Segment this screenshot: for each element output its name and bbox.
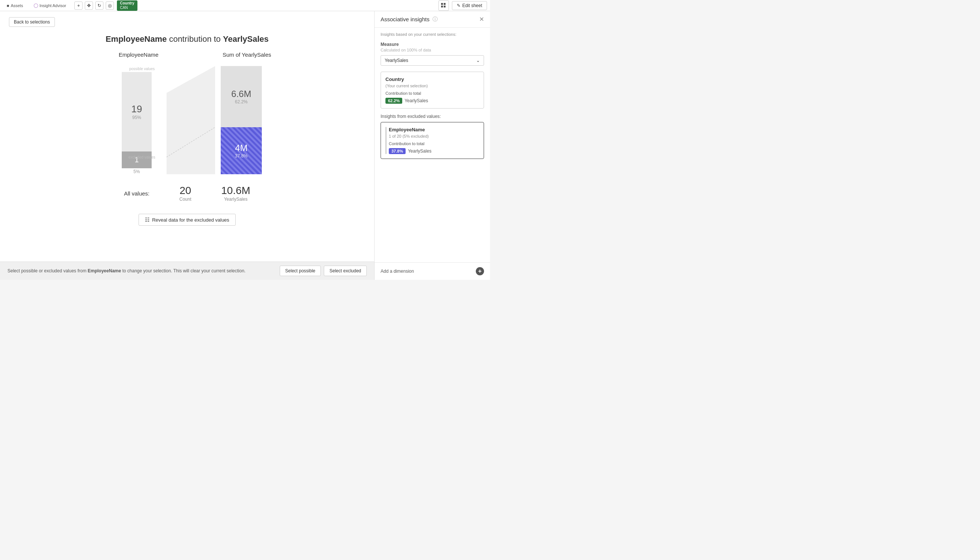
employee-contribution-row: 37.8% YearlySales — [389, 148, 479, 154]
info-icon[interactable]: ⓘ — [433, 16, 438, 23]
svg-rect-2 — [441, 6, 443, 7]
zoom-icon[interactable]: ⌖ — [74, 2, 82, 10]
employee-card-sub: 1 of 20 (5% excluded) — [389, 134, 479, 138]
excluded-pct: 5% — [133, 169, 140, 174]
right-panel: Associative insights ⓘ ✕ Insights based … — [374, 11, 490, 280]
select-possible-button[interactable]: Select possible — [280, 266, 321, 276]
country-card-title: Country — [385, 77, 479, 82]
col1-header: EmployeeName — [94, 52, 183, 58]
panel-title-row: Associative insights ⓘ — [381, 16, 438, 23]
topbar: ■ Assets ◯ Insight Advisor ⌖ ✥ ↻ ◎ Count… — [0, 0, 490, 11]
measure-section-label: Measure — [381, 42, 484, 47]
assets-tab[interactable]: ■ Assets — [3, 0, 27, 11]
all-sales-sub: YearlySales — [221, 197, 250, 202]
sales-possible-val: 6.6M — [231, 89, 251, 99]
main-layout: Back to selections EmployeeName contribu… — [0, 11, 490, 280]
possible-pct: 95% — [132, 115, 141, 120]
svg-marker-4 — [167, 66, 215, 174]
country-contribution-label: Contribution to total — [385, 91, 479, 95]
add-dimension-button[interactable]: + — [476, 267, 484, 275]
reveal-btn-row: ☷ Reveal data for the excluded values — [9, 214, 365, 226]
possible-bar: 19 95% — [122, 72, 152, 152]
chart-title-dimension: EmployeeName — [106, 34, 167, 43]
employee-card-title: EmployeeName — [389, 127, 479, 132]
excluded-bar: 1 — [122, 152, 152, 168]
all-sales-stat: 10.6M YearlySales — [221, 185, 250, 202]
assets-icon: ■ — [7, 3, 9, 8]
country-insight-card: Country (Your current selection) Contrib… — [381, 72, 484, 108]
selection-field: Country — [120, 1, 134, 6]
sales-excluded-val: 4M — [235, 143, 247, 153]
selection-value: CAN — [120, 6, 134, 10]
target-icon[interactable]: ◎ — [106, 2, 114, 10]
possible-count: 19 — [132, 103, 142, 115]
edit-sheet-button[interactable]: ✎ Edit sheet — [452, 1, 487, 10]
all-count: 20 — [179, 185, 191, 197]
bottom-bar-buttons: Select possible Select excluded — [280, 266, 367, 276]
grid-view-icon[interactable] — [438, 0, 449, 11]
insight-icon: ◯ — [33, 3, 38, 8]
panel-title: Associative insights — [381, 16, 430, 22]
selection-chip[interactable]: Country CAN — [117, 0, 137, 11]
employee-contribution-label: Contribution to total — [389, 142, 479, 146]
panel-subtitle: Insights based on your current selection… — [381, 32, 484, 37]
insight-label: Insight Advisor — [40, 3, 67, 8]
edit-icon: ✎ — [457, 3, 460, 8]
chart-title-measure: YearlySales — [223, 34, 269, 43]
chevron-down-icon: ⌄ — [476, 58, 480, 63]
close-panel-icon[interactable]: ✕ — [479, 16, 484, 23]
toolbar-icons: ⌖ ✥ ↻ ◎ — [74, 2, 114, 10]
svg-rect-0 — [441, 3, 443, 5]
sales-excluded-pct: 37.8% — [235, 153, 248, 158]
country-badge: 62.2% — [385, 98, 402, 104]
select-excluded-button[interactable]: Select excluded — [324, 266, 367, 276]
assets-label: Assets — [11, 3, 23, 8]
sales-possible-bar: 6.6M 62.2% — [221, 66, 262, 127]
measure-select[interactable]: YearlySales ⌄ — [381, 55, 484, 66]
back-to-selections-button[interactable]: Back to selections — [9, 17, 55, 27]
all-values-row: All values: 20 Count 10.6M YearlySales — [9, 180, 365, 206]
bottom-text-prefix: Select possible or excluded values from — [7, 268, 88, 273]
insight-tab[interactable]: ◯ Insight Advisor — [30, 0, 70, 11]
panel-header: Associative insights ⓘ ✕ — [375, 11, 490, 28]
chart-title: EmployeeName contribution to YearlySales — [9, 34, 365, 44]
all-sales: 10.6M — [221, 185, 250, 197]
all-values-label: All values: — [124, 190, 149, 197]
add-dimension-row[interactable]: Add a dimension + — [375, 262, 490, 280]
topbar-right: ✎ Edit sheet — [438, 0, 487, 11]
excluded-section-label: Insights from excluded values: — [381, 114, 484, 119]
svg-rect-3 — [444, 6, 446, 7]
country-measure-label: YearlySales — [405, 98, 428, 103]
bottom-bar-text: Select possible or excluded values from … — [7, 268, 280, 273]
bottom-text-suffix: to change your selection. This will clea… — [121, 268, 245, 273]
sales-possible-pct: 62.2% — [235, 99, 248, 105]
right-bar-area: 6.6M 62.2% 4M 37.8% — [215, 66, 268, 174]
country-contribution-row: 62.2% YearlySales — [385, 98, 479, 104]
reveal-excluded-button[interactable]: ☷ Reveal data for the excluded values — [139, 214, 236, 226]
left-bar-area: possible values 19 95% excluded values 1… — [107, 66, 167, 174]
add-dimension-label: Add a dimension — [381, 268, 414, 274]
panel-body: Insights based on your current selection… — [375, 28, 490, 262]
edit-sheet-label: Edit sheet — [462, 3, 482, 8]
employee-measure-label: YearlySales — [408, 148, 431, 154]
possible-values-label: possible values — [129, 67, 155, 71]
employee-insight-card: EmployeeName 1 of 20 (5% excluded) Contr… — [381, 122, 484, 159]
accent-bar — [385, 127, 386, 154]
sales-excluded-bar: 4M 37.8% — [221, 127, 262, 174]
expand-icon[interactable]: ✥ — [85, 2, 93, 10]
rotate-icon[interactable]: ↻ — [95, 2, 104, 10]
employee-badge: 37.8% — [389, 148, 406, 154]
measure-section-sub: Calculated on 100% of data — [381, 48, 484, 52]
chart-title-connector: contribution to — [167, 34, 223, 43]
excluded-values-label: excluded values — [129, 155, 156, 159]
col2-header: Sum of YearlySales — [213, 52, 281, 58]
country-card-sub: (Your current selection) — [385, 83, 479, 88]
triangle-connector — [167, 66, 215, 174]
bottom-bar: Select possible or excluded values from … — [0, 262, 374, 280]
table-icon: ☷ — [145, 217, 150, 223]
all-count-stat: 20 Count — [179, 185, 191, 202]
all-count-sub: Count — [179, 197, 191, 202]
reveal-btn-label: Reveal data for the excluded values — [152, 217, 229, 223]
svg-rect-1 — [444, 3, 446, 5]
content-area: Back to selections EmployeeName contribu… — [0, 11, 374, 280]
